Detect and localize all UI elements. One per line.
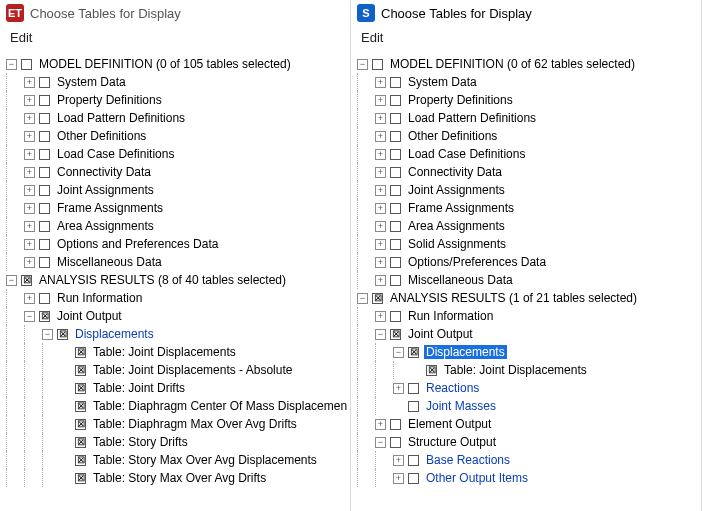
expand-icon[interactable]: + (24, 167, 35, 178)
expand-icon[interactable]: + (375, 239, 386, 250)
checkbox[interactable] (390, 77, 401, 88)
checkbox[interactable] (39, 149, 50, 160)
checkbox[interactable] (390, 203, 401, 214)
checkbox-checked[interactable]: ⊠ (372, 293, 383, 304)
checkbox[interactable] (390, 149, 401, 160)
checkbox-checked[interactable]: ⊠ (75, 437, 86, 448)
checkbox-checked[interactable]: ⊠ (75, 365, 86, 376)
checkbox[interactable] (39, 203, 50, 214)
checkbox[interactable] (390, 419, 401, 430)
tree-node[interactable]: +Options and Preferences Data (6, 235, 350, 253)
expand-icon[interactable]: + (24, 293, 35, 304)
tree-node-model-definition[interactable]: − MODEL DEFINITION (0 of 62 tables selec… (357, 55, 701, 73)
tree-node[interactable]: +Miscellaneous Data (357, 271, 701, 289)
checkbox[interactable] (390, 257, 401, 268)
tree-view[interactable]: − MODEL DEFINITION (0 of 62 tables selec… (351, 51, 701, 511)
checkbox-checked[interactable]: ⊠ (21, 275, 32, 286)
expand-icon[interactable]: + (375, 257, 386, 268)
tree-node-joint-output[interactable]: −⊠Joint Output (6, 307, 350, 325)
expand-icon[interactable]: + (24, 185, 35, 196)
tree-node-displacements[interactable]: −⊠Displacements (6, 325, 350, 343)
tree-node[interactable]: +Frame Assignments (357, 199, 701, 217)
checkbox-checked[interactable]: ⊠ (75, 401, 86, 412)
tree-node[interactable]: +Load Case Definitions (357, 145, 701, 163)
expand-icon[interactable]: + (375, 221, 386, 232)
expand-icon[interactable]: + (24, 221, 35, 232)
collapse-icon[interactable]: − (375, 329, 386, 340)
checkbox-checked[interactable]: ⊠ (390, 329, 401, 340)
checkbox[interactable] (408, 455, 419, 466)
checkbox[interactable] (390, 167, 401, 178)
tree-node[interactable]: +Load Pattern Definitions (6, 109, 350, 127)
checkbox[interactable] (21, 59, 32, 70)
tree-node-table[interactable]: ⊠Table: Joint Displacements (6, 343, 350, 361)
tree-node-table[interactable]: ⊠Table: Joint Drifts (6, 379, 350, 397)
checkbox[interactable] (390, 275, 401, 286)
expand-icon[interactable]: + (375, 275, 386, 286)
tree-node-table[interactable]: ⊠Table: Story Max Over Avg Displacements (6, 451, 350, 469)
checkbox[interactable] (390, 185, 401, 196)
expand-icon[interactable]: + (24, 203, 35, 214)
checkbox[interactable] (390, 239, 401, 250)
collapse-icon[interactable]: − (6, 59, 17, 70)
expand-icon[interactable]: + (24, 95, 35, 106)
tree-node[interactable]: +Miscellaneous Data (6, 253, 350, 271)
expand-icon[interactable]: + (393, 473, 404, 484)
tree-node[interactable]: +Area Assignments (6, 217, 350, 235)
checkbox-checked[interactable]: ⊠ (75, 455, 86, 466)
tree-node-table[interactable]: ⊠Table: Joint Displacements (357, 361, 701, 379)
expand-icon[interactable]: + (24, 257, 35, 268)
tree-node-structure-output[interactable]: −Structure Output (357, 433, 701, 451)
menu-edit[interactable]: Edit (10, 30, 32, 45)
checkbox[interactable] (390, 131, 401, 142)
expand-icon[interactable]: + (375, 113, 386, 124)
expand-icon[interactable]: + (24, 149, 35, 160)
tree-node[interactable]: +Frame Assignments (6, 199, 350, 217)
expand-icon[interactable]: + (375, 203, 386, 214)
tree-node[interactable]: +Element Output (357, 415, 701, 433)
expand-icon[interactable]: + (375, 149, 386, 160)
tree-node-model-definition[interactable]: − MODEL DEFINITION (0 of 105 tables sele… (6, 55, 350, 73)
checkbox[interactable] (39, 113, 50, 124)
checkbox[interactable] (39, 257, 50, 268)
tree-node[interactable]: +Base Reactions (357, 451, 701, 469)
expand-icon[interactable]: + (24, 77, 35, 88)
tree-node[interactable]: +Connectivity Data (6, 163, 350, 181)
tree-node[interactable]: +Property Definitions (357, 91, 701, 109)
tree-node[interactable]: +Run Information (357, 307, 701, 325)
collapse-icon[interactable]: − (24, 311, 35, 322)
collapse-icon[interactable]: − (6, 275, 17, 286)
tree-node-table[interactable]: ⊠Table: Joint Displacements - Absolute (6, 361, 350, 379)
checkbox[interactable] (39, 167, 50, 178)
tree-node-table[interactable]: ⊠Table: Diaphragm Max Over Avg Drifts (6, 415, 350, 433)
tree-node[interactable]: +Options/Preferences Data (357, 253, 701, 271)
checkbox[interactable] (39, 185, 50, 196)
expand-icon[interactable]: + (24, 131, 35, 142)
tree-node[interactable]: +Area Assignments (357, 217, 701, 235)
menu-edit[interactable]: Edit (361, 30, 383, 45)
tree-node-table[interactable]: ⊠Table: Story Max Over Avg Drifts (6, 469, 350, 487)
expand-icon[interactable]: + (375, 77, 386, 88)
checkbox[interactable] (390, 437, 401, 448)
tree-node[interactable]: +System Data (6, 73, 350, 91)
checkbox[interactable] (408, 473, 419, 484)
tree-node[interactable]: +Joint Assignments (357, 181, 701, 199)
tree-node-table[interactable]: ⊠Table: Story Drifts (6, 433, 350, 451)
collapse-icon[interactable]: − (375, 437, 386, 448)
tree-node[interactable]: +Other Definitions (357, 127, 701, 145)
expand-icon[interactable]: + (393, 383, 404, 394)
checkbox[interactable] (39, 95, 50, 106)
tree-node-joint-output[interactable]: −⊠Joint Output (357, 325, 701, 343)
checkbox[interactable] (39, 293, 50, 304)
checkbox[interactable] (390, 113, 401, 124)
collapse-icon[interactable]: − (42, 329, 53, 340)
checkbox-checked[interactable]: ⊠ (39, 311, 50, 322)
collapse-icon[interactable]: − (393, 347, 404, 358)
checkbox[interactable] (408, 401, 419, 412)
expand-icon[interactable]: + (375, 167, 386, 178)
tree-node[interactable]: +Other Output Items (357, 469, 701, 487)
checkbox[interactable] (390, 95, 401, 106)
tree-node[interactable]: +Connectivity Data (357, 163, 701, 181)
expand-icon[interactable]: + (375, 131, 386, 142)
expand-icon[interactable]: + (375, 185, 386, 196)
